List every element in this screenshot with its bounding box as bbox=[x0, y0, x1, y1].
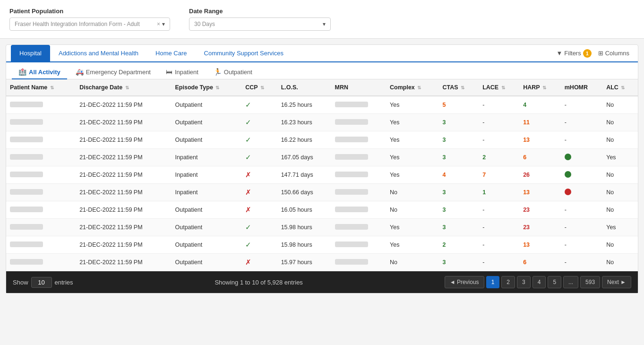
filters-button[interactable]: ▼ Filters 1 bbox=[556, 49, 591, 58]
ctas-value: 3 bbox=[442, 154, 446, 161]
ccp-cell: ✓ bbox=[241, 131, 277, 149]
col-alc[interactable]: ALC ⇅ bbox=[602, 79, 638, 96]
episode-type-cell: Outpatient bbox=[172, 114, 242, 131]
ctas-cell: 5 bbox=[438, 96, 479, 114]
mrn-cell bbox=[331, 166, 386, 184]
discharge-date-cell: 21-DEC-2022 11:59 PM bbox=[76, 149, 171, 166]
columns-label: Columns bbox=[605, 50, 629, 57]
harp-cell: 4 bbox=[519, 96, 561, 114]
cross-icon: ✗ bbox=[245, 188, 251, 196]
lace-cell: - bbox=[479, 219, 519, 236]
los-cell: 16.22 hours bbox=[277, 131, 331, 149]
page-btn-5[interactable]: 5 bbox=[548, 276, 561, 288]
show-entries-control: Show entries bbox=[13, 277, 73, 288]
page-btn-3[interactable]: 3 bbox=[517, 276, 531, 288]
date-range-arrow[interactable]: ▾ bbox=[323, 21, 326, 27]
table-footer: Show entries Showing 1 to 10 of 5,928 en… bbox=[6, 271, 638, 293]
discharge-date-cell: 21-DEC-2022 11:59 PM bbox=[76, 219, 171, 236]
sub-tab-emergency[interactable]: 🚑 Emergency Department bbox=[69, 65, 157, 79]
col-harp[interactable]: HARP ⇅ bbox=[519, 79, 561, 96]
los-cell: 147.71 days bbox=[277, 166, 331, 184]
harp-cell: 23 bbox=[519, 201, 561, 219]
harp-cell: 13 bbox=[519, 131, 561, 149]
filter-icon: ▼ bbox=[556, 50, 562, 57]
prev-button[interactable]: ◄ Previous bbox=[445, 276, 484, 288]
all-activity-icon: 🏥 bbox=[18, 68, 26, 76]
page-btn-593[interactable]: 593 bbox=[580, 276, 600, 288]
tab-homecare[interactable]: Home Care bbox=[147, 45, 195, 62]
patient-population-clear[interactable]: × bbox=[157, 21, 160, 27]
mhomr-cell: - bbox=[561, 114, 602, 131]
table-row: 21-DEC-2022 11:59 PMInpatient✓167.05 day… bbox=[6, 149, 638, 166]
entries-input[interactable] bbox=[31, 277, 52, 288]
ctas-value: 4 bbox=[442, 172, 446, 178]
complex-cell: Yes bbox=[386, 219, 438, 236]
data-table: Patient Name ⇅ Discharge Date ⇅ Episode … bbox=[6, 79, 638, 271]
harp-cell: 6 bbox=[519, 254, 561, 271]
columns-icon: ⊞ bbox=[598, 50, 603, 57]
main-content: Hospital Addictions and Mental Health Ho… bbox=[6, 44, 638, 293]
page-btn-1[interactable]: 1 bbox=[486, 276, 500, 288]
episode-type-cell: Outpatient bbox=[172, 131, 242, 149]
episode-type-cell: Outpatient bbox=[172, 96, 242, 114]
patient-population-select[interactable]: Fraser Health Integration Information Fo… bbox=[9, 17, 170, 31]
mhomr-dot-green bbox=[565, 154, 571, 160]
discharge-date-cell: 21-DEC-2022 11:59 PM bbox=[76, 236, 171, 254]
page-btn-2[interactable]: 2 bbox=[501, 276, 515, 288]
mhomr-cell: - bbox=[561, 236, 602, 254]
columns-button[interactable]: ⊞ Columns bbox=[598, 50, 629, 57]
date-range-label: Date Range bbox=[189, 8, 331, 15]
ctas-cell: 4 bbox=[438, 166, 479, 184]
col-complex[interactable]: Complex ⇅ bbox=[386, 79, 438, 96]
harp-cell: 11 bbox=[519, 114, 561, 131]
sub-tab-outpatient[interactable]: 🏃 Outpatient bbox=[207, 65, 259, 79]
patient-name-cell bbox=[6, 96, 76, 114]
ctas-cell: 3 bbox=[438, 219, 479, 236]
col-lace[interactable]: LACE ⇅ bbox=[479, 79, 519, 96]
next-button[interactable]: Next ► bbox=[602, 276, 631, 288]
discharge-date-cell: 21-DEC-2022 11:59 PM bbox=[76, 131, 171, 149]
mrn-blurred bbox=[335, 154, 368, 160]
mrn-cell bbox=[331, 96, 386, 114]
col-episode-type[interactable]: Episode Type ⇅ bbox=[172, 79, 242, 96]
patient-name-cell bbox=[6, 254, 76, 271]
complex-cell: No bbox=[386, 201, 438, 219]
col-discharge-date[interactable]: Discharge Date ⇅ bbox=[76, 79, 171, 96]
sub-tab-all-activity[interactable]: 🏥 All Activity bbox=[12, 65, 67, 79]
ccp-cell: ✓ bbox=[241, 96, 277, 114]
patient-population-arrow[interactable]: ▾ bbox=[162, 21, 165, 27]
date-range-select[interactable]: 30 Days ▾ bbox=[189, 17, 331, 31]
mrn-blurred bbox=[335, 242, 368, 247]
ccp-cell: ✓ bbox=[241, 114, 277, 131]
patient-name-cell bbox=[6, 219, 76, 236]
complex-cell: No bbox=[386, 254, 438, 271]
alc-cell: No bbox=[602, 114, 638, 131]
complex-cell: Yes bbox=[386, 96, 438, 114]
episode-type-cell: Inpatient bbox=[172, 149, 242, 166]
page-btn-4[interactable]: 4 bbox=[532, 276, 546, 288]
col-mrn: MRN bbox=[331, 79, 386, 96]
entries-label: entries bbox=[55, 279, 73, 286]
col-ctas[interactable]: CTAS ⇅ bbox=[438, 79, 479, 96]
harp-value: 13 bbox=[523, 137, 530, 143]
tab-hospital[interactable]: Hospital bbox=[11, 45, 50, 62]
complex-cell: Yes bbox=[386, 149, 438, 166]
episode-type-cell: Outpatient bbox=[172, 201, 242, 219]
tab-community[interactable]: Community Support Services bbox=[196, 45, 292, 62]
los-cell: 15.98 hours bbox=[277, 236, 331, 254]
sub-tab-inpatient[interactable]: 🛏 Inpatient bbox=[159, 65, 205, 79]
col-patient-name[interactable]: Patient Name ⇅ bbox=[6, 79, 76, 96]
col-ccp[interactable]: CCP ⇅ bbox=[241, 79, 277, 96]
complex-cell: Yes bbox=[386, 114, 438, 131]
patient-population-label: Patient Population bbox=[9, 8, 170, 15]
harp-value: 6 bbox=[523, 154, 526, 161]
tab-addictions[interactable]: Addictions and Mental Health bbox=[50, 45, 147, 62]
harp-cell: 6 bbox=[519, 149, 561, 166]
patient-name-cell bbox=[6, 201, 76, 219]
patient-name-blurred bbox=[10, 154, 43, 160]
patient-name-cell bbox=[6, 236, 76, 254]
filters-label: Filters bbox=[564, 50, 581, 57]
emergency-icon: 🚑 bbox=[76, 68, 84, 76]
discharge-date-cell: 21-DEC-2022 11:59 PM bbox=[76, 201, 171, 219]
table-row: 21-DEC-2022 11:59 PMOutpatient✓16.22 hou… bbox=[6, 131, 638, 149]
